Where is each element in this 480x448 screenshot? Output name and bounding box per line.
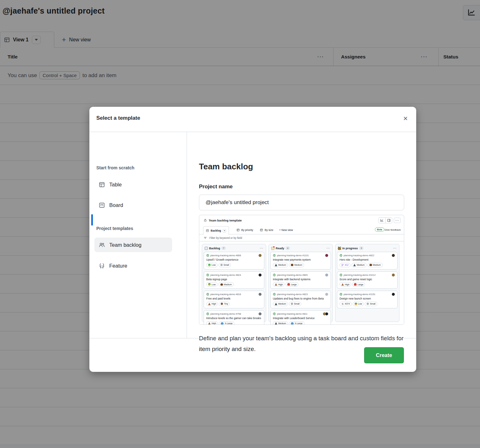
avatar [325, 254, 328, 257]
chip-label: Small [370, 303, 375, 305]
issue-title: Integrate with backend systems [273, 278, 328, 281]
board-icon [99, 202, 105, 208]
selected-item-indicator [91, 214, 93, 226]
issue-card[interactable]: planning-tracking-demo #816Free and paid… [204, 291, 264, 308]
issue-repo-ref: planning-tracking-demo #806 [210, 254, 241, 257]
linked-ref-chip: #374 [339, 302, 352, 306]
board-column-backlog: Backlog7···planning-tracking-demo #806Up… [202, 244, 266, 322]
template-preview: Team backlog template ··· Backlog [199, 215, 404, 325]
column-menu-kebab[interactable]: ··· [260, 247, 263, 250]
field-chip: High [206, 302, 218, 306]
avatar-stack [258, 293, 262, 296]
issue-card[interactable]: planning-tracking-demo #1101Integrate ne… [270, 252, 331, 269]
avatar-stack [325, 293, 328, 296]
issue-card[interactable]: planning-tracking-demo #798Introduce lev… [204, 310, 264, 324]
sidebar-item-board[interactable]: Board [94, 198, 172, 212]
issue-card[interactable]: planning-tracking-demo #809Integrate wit… [270, 271, 331, 289]
card-meta-row: planning-tracking-demo #806 [206, 254, 262, 257]
issue-title: Score and game reset logic [339, 278, 395, 281]
sidebar-item-label: Table [109, 182, 122, 188]
chip-label: Medium [278, 264, 286, 266]
column-menu-kebab[interactable]: ··· [393, 247, 397, 250]
field-chip: Small [219, 263, 231, 267]
chip-row: MediumX-Large [273, 321, 328, 325]
chip-label: Low [212, 264, 216, 266]
linked-ref-chip: #12 [339, 263, 351, 267]
chip-row: #12MediumMedium [339, 263, 395, 267]
clipboard-icon [205, 247, 208, 250]
branch-icon [341, 264, 344, 266]
high-chip-icon [341, 283, 344, 286]
project-name-label: Project name [199, 184, 233, 190]
issue-card[interactable]: planning-tracking-demo #824Beta signup p… [204, 271, 264, 289]
field-chip: Low [206, 282, 218, 287]
close-icon[interactable]: × [400, 113, 411, 124]
tracked-by-icon [341, 303, 344, 305]
preview-title: Team backlog template [209, 219, 242, 222]
field-chip: Medium [273, 263, 288, 267]
preview-header: Team backlog template ··· [199, 215, 404, 225]
chip-label: X-Large [225, 322, 232, 324]
card-meta-row: planning-tracking-demo #809 [273, 273, 328, 277]
sidebar-item-team-backlog[interactable]: Team backlog [94, 238, 172, 252]
issue-open-icon [273, 274, 276, 276]
issue-card[interactable]: planning-tracking-demo #806Upsell / Grow… [204, 252, 264, 269]
issue-title: Hero site - Development [339, 258, 395, 262]
high-chip-icon [208, 303, 211, 305]
issue-open-icon [339, 274, 342, 276]
card-meta-row: planning-tracking-demo #822 [339, 254, 395, 257]
preview-header-actions: ··· [378, 217, 401, 223]
medium-size-chip-icon [291, 264, 293, 266]
column-count-badge: 4 [285, 246, 290, 250]
avatar [325, 312, 328, 316]
sidebar-item-table[interactable]: Table [94, 177, 172, 192]
chip-label: Small [294, 303, 300, 305]
column-menu-kebab[interactable]: ··· [327, 247, 330, 250]
avatar [392, 254, 395, 257]
medium-pri-chip-icon [275, 303, 277, 305]
avatar-stack [325, 273, 328, 277]
issue-card[interactable]: planning-tracking-demo #811Integrate wit… [270, 310, 331, 324]
field-chip: Medium [289, 263, 304, 267]
column-header: Backlog7··· [204, 246, 264, 252]
issue-repo-ref: planning-tracking-demo #1012 [344, 274, 375, 276]
large-chip-icon [287, 283, 290, 286]
field-chip: High [273, 282, 285, 287]
field-chip: Medium [219, 282, 234, 287]
issue-card[interactable]: planning-tracking-demo #822Hero site - D… [337, 252, 398, 269]
sidebar-item-feature[interactable]: Feature [94, 258, 172, 273]
issue-repo-ref: planning-tracking-demo #811 [277, 312, 308, 315]
chip-label: High [278, 283, 283, 286]
card-meta-row: planning-tracking-demo #1012 [339, 273, 395, 277]
column-name: Ready [276, 247, 284, 250]
issue-repo-ref: planning-tracking-demo #1101 [277, 254, 309, 257]
field-chip: Low [206, 263, 218, 267]
project-icon [206, 229, 209, 232]
chip-label: Medium [357, 264, 365, 266]
field-chip: Medium [368, 263, 383, 267]
card-meta-row: planning-tracking-demo #816 [206, 293, 262, 296]
field-chip: X-Large [219, 321, 234, 325]
issue-open-icon [273, 254, 276, 257]
field-chip: Large [285, 282, 298, 287]
field-chip: Low [353, 302, 364, 306]
issue-repo-ref: planning-tracking-demo #816 [210, 293, 241, 296]
avatar [392, 293, 395, 296]
medium-pri-chip-icon [353, 264, 356, 266]
issue-card[interactable]: planning-tracking-demo #1012Score and ga… [337, 271, 398, 289]
issue-open-icon [206, 293, 209, 296]
field-chip: Large [352, 282, 365, 287]
project-name-input[interactable] [199, 195, 404, 210]
issue-repo-ref: planning-tracking-demo #1151 [344, 293, 375, 296]
template-heading: Team backlog [199, 162, 253, 172]
issue-card[interactable]: planning-tracking-demo #1151Design new l… [337, 291, 398, 308]
tracks-icon [341, 303, 344, 305]
chip-label: Medium [373, 264, 381, 266]
create-button[interactable]: Create [364, 347, 404, 363]
git-branch-icon [341, 264, 344, 266]
issue-open-icon [206, 254, 209, 257]
chip-label: Small [224, 264, 229, 266]
board-column-ready: Ready4···planning-tracking-demo #1101Int… [268, 244, 333, 322]
issue-card[interactable]: planning-tracking-demo #823Updates and b… [270, 291, 331, 308]
small-chip-icon [220, 264, 223, 266]
